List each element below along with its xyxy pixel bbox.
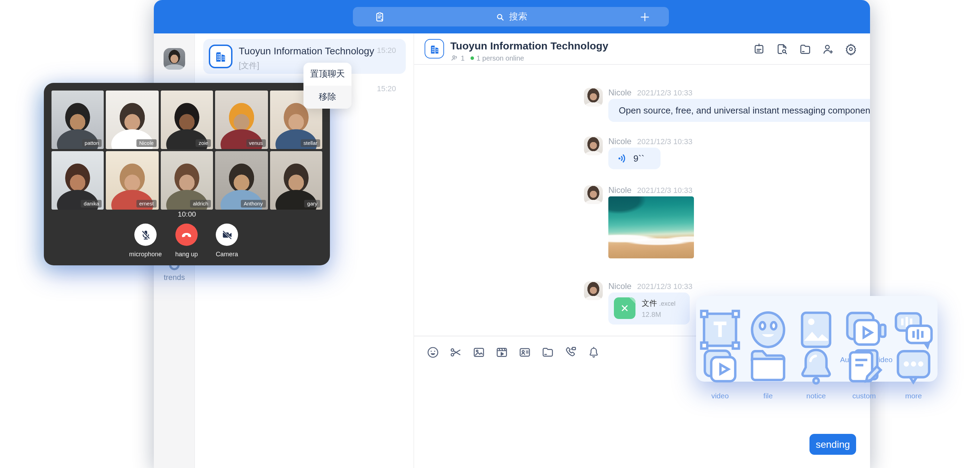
notice-tool-icon [792,342,840,390]
building-icon [214,50,228,63]
popup-item-custom[interactable]: custom [840,342,888,400]
message-time: 2021/12/3 10:33 [637,186,692,194]
participant-tile: Anthony [215,151,267,209]
sender-name: Nicole [608,136,632,146]
image-message-beach-photo[interactable] [608,196,694,259]
participant-name: gary [304,200,320,208]
participant-tile: zoie [161,91,213,149]
member-count: 1 [461,54,465,62]
participant-tile: venus [215,91,267,149]
participant-name: aldrich [190,200,211,208]
search-bar[interactable]: 搜索 [353,7,669,26]
voice-duration: 9`` [633,153,644,164]
participant-name: patton [82,139,102,147]
microphone-mute-button[interactable] [134,224,157,246]
menu-item-pin-chat[interactable]: 置顶聊天 [304,63,352,86]
sender-name: Nicole [608,281,632,291]
excel-file-icon: ✕ [614,297,635,319]
notification-icon[interactable] [587,345,601,359]
conversation-time: 15:20 [377,46,396,54]
participant-tile: patton [51,91,104,149]
group-avatar [425,39,444,59]
text-message-bubble: Open source, free, and universal instant… [608,99,870,122]
screenshot-icon[interactable] [449,345,463,359]
sender-avatar[interactable] [584,88,603,107]
chat-title: Tuoyun Information Technology [450,40,608,51]
notice-board-icon[interactable] [752,43,765,56]
video-clip-icon[interactable] [495,345,509,359]
participant-name: stellar [301,139,320,147]
conversation-last-message: [文件] [239,61,259,71]
trends-label: trends [154,273,195,281]
file-extension: .excel [659,300,676,307]
chat-header-actions [752,43,858,56]
custom-tool-icon [840,342,888,390]
popup-item-video[interactable]: video [696,342,744,400]
file-message-bubble[interactable]: ✕ 文件.excel 12.8M [608,292,690,324]
search-icon [495,11,505,22]
popup-item-more[interactable]: more [889,342,937,400]
sender-name: Nicole [608,185,632,195]
camera-label: Camera [199,251,255,258]
search-field[interactable]: 搜索 [353,7,669,26]
menu-item-remove[interactable]: 移除 [304,86,352,109]
camera-muted-icon [221,229,233,241]
participant-name: zoie [196,139,211,147]
composer-popup: text expression picture [696,296,937,382]
conversation-title: Tuoyun Information Technology [239,45,371,56]
conversation-context-menu: 置顶聊天 移除 [304,63,352,109]
chat-status-line: 1 1 person online [450,54,524,62]
top-bar: 搜索 [154,0,870,34]
participant-name: ernest [137,200,157,208]
settings-icon[interactable] [844,43,858,56]
building-icon [428,43,440,55]
microphone-muted-icon [140,229,151,241]
send-button[interactable]: sending [810,434,856,455]
file-search-icon[interactable] [775,43,789,56]
my-avatar[interactable] [164,48,185,70]
sender-avatar[interactable] [584,185,603,204]
more-tool-icon [889,342,937,390]
file-tool-icon [744,342,792,390]
plus-icon[interactable] [639,11,651,22]
chat-header: Tuoyun Information Technology 1 1 person… [414,34,870,65]
folder-icon[interactable] [798,43,811,56]
camera-control: Camera [199,224,255,258]
participant-tile: danika [51,151,104,209]
group-avatar [209,45,232,68]
folder-icon[interactable] [541,345,555,359]
camera-mute-button[interactable] [216,224,238,246]
composer-toolbar [426,345,601,359]
add-member-icon[interactable] [821,43,835,56]
message-time: 2021/12/3 10:33 [637,282,692,291]
contact-card-icon[interactable] [518,345,532,359]
video-tool-icon [696,342,744,390]
chat-panel: Tuoyun Information Technology 1 1 person… [414,34,870,468]
participant-tile: aldrich [161,151,213,209]
popup-item-notice[interactable]: notice [792,342,840,400]
participant-name: danika [81,200,102,208]
file-name: 文件 [642,299,657,307]
popup-item-file[interactable]: file [744,342,792,400]
participant-tile: Nicole [106,91,159,149]
participant-name: Nicole [137,139,157,147]
online-status: 1 person online [476,54,524,62]
sender-avatar[interactable] [584,281,603,300]
image-icon[interactable] [472,345,486,359]
video-call-icon[interactable] [564,345,578,359]
emoji-icon[interactable] [426,345,440,359]
participant-tile: gary [270,151,322,209]
search-placeholder: 搜索 [509,10,527,23]
voice-message-bubble[interactable]: 9`` [608,148,660,169]
participant-name: venus [246,139,266,147]
video-call-overlay: patton Nicole zoie venus stellar danika … [44,83,330,265]
voice-wave-icon [617,153,628,164]
hang-up-button[interactable] [175,224,198,246]
call-timer: 10:00 [44,209,330,218]
participant-tile: ernest [106,151,159,209]
conversation-time: 15:20 [377,84,396,93]
participant-grid: patton Nicole zoie venus stellar danika … [51,91,322,209]
message-time: 2021/12/3 10:33 [637,137,692,145]
screen: 搜索 trends [0,0,980,468]
sender-avatar[interactable] [584,136,603,155]
